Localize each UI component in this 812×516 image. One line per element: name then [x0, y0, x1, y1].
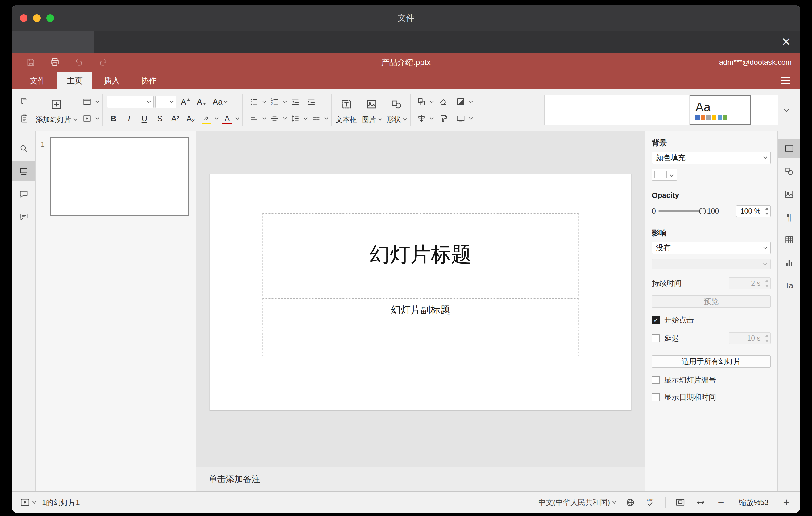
theme-option[interactable]: [593, 95, 641, 125]
underline-button[interactable]: U: [138, 112, 151, 125]
shape-settings-icon[interactable]: [778, 162, 800, 181]
textart-settings-icon[interactable]: Ta: [778, 276, 800, 295]
minimize-traffic-light-icon[interactable]: [33, 14, 41, 22]
zoom-traffic-light-icon[interactable]: [46, 14, 54, 22]
subtitle-placeholder[interactable]: 幻灯片副标题: [263, 298, 579, 356]
theme-option[interactable]: [751, 95, 778, 125]
numbering-icon[interactable]: 12: [267, 95, 282, 109]
search-icon[interactable]: [12, 139, 35, 158]
duration-spinner[interactable]: 2 s: [729, 278, 771, 289]
image-button[interactable]: 图片: [362, 115, 382, 124]
strikethrough-button[interactable]: S: [153, 112, 167, 125]
chat-icon[interactable]: [12, 207, 35, 227]
tab-insert[interactable]: 插入: [94, 71, 129, 89]
increase-font-icon[interactable]: A: [178, 95, 193, 109]
subscript-button[interactable]: A₂: [184, 112, 198, 125]
columns-icon[interactable]: [309, 112, 323, 125]
decrease-indent-icon[interactable]: [288, 95, 302, 109]
highlight-color-icon[interactable]: [199, 112, 213, 125]
shape-button[interactable]: 形状: [386, 115, 406, 124]
chart-settings-icon[interactable]: [778, 253, 800, 273]
opacity-spinner[interactable]: 100 %: [736, 205, 771, 217]
insert-group: 文本框 图片 形状: [336, 96, 406, 124]
document-language-icon[interactable]: [625, 496, 636, 508]
effect-variant-select[interactable]: [652, 259, 771, 269]
view-settings-icon[interactable]: [781, 77, 790, 84]
fit-slide-icon[interactable]: [674, 496, 686, 508]
increase-indent-icon[interactable]: [304, 95, 318, 109]
tab-home[interactable]: 主页: [57, 71, 92, 89]
clear-style-icon[interactable]: [436, 95, 451, 109]
background-fill-select[interactable]: 颜色填充: [652, 151, 771, 164]
image-settings-icon[interactable]: [778, 184, 800, 204]
arrange-shape-icon[interactable]: [414, 95, 429, 109]
align-shape-icon[interactable]: [414, 112, 429, 125]
scheme-group: [454, 95, 472, 125]
print-icon[interactable]: [50, 57, 60, 67]
slide-layout-icon[interactable]: [80, 95, 94, 109]
font-size-select[interactable]: [155, 96, 176, 108]
vertical-align-icon[interactable]: [267, 112, 282, 125]
opacity-slider-knob[interactable]: [699, 208, 706, 214]
paragraph-settings-icon[interactable]: ¶: [778, 207, 800, 227]
tab-bar: 文件 主页 插入 协作: [12, 71, 800, 89]
shape-icon[interactable]: [389, 96, 404, 112]
slides-panel-icon[interactable]: [12, 162, 35, 181]
add-slide-button[interactable]: 添加幻灯片: [36, 115, 77, 124]
decrease-font-icon[interactable]: A: [194, 95, 208, 109]
zoom-in-icon[interactable]: +: [781, 496, 792, 508]
theme-option[interactable]: [641, 95, 690, 125]
close-icon[interactable]: ✕: [781, 36, 791, 48]
delay-spinner[interactable]: 10 s: [729, 333, 771, 344]
delay-checkbox[interactable]: [652, 334, 660, 342]
slide-settings-icon[interactable]: [778, 139, 800, 158]
font-color-icon[interactable]: A: [220, 112, 234, 125]
line-spacing-icon[interactable]: [288, 112, 302, 125]
color-scheme-icon[interactable]: [454, 95, 468, 109]
copy-style-icon[interactable]: [436, 112, 451, 125]
apply-to-all-button[interactable]: 适用于所有幻灯片: [652, 355, 771, 368]
slide-thumbnail[interactable]: [50, 137, 190, 216]
change-case-icon[interactable]: Aa: [210, 95, 230, 109]
font-name-select[interactable]: [107, 96, 154, 108]
close-traffic-light-icon[interactable]: [20, 14, 27, 22]
language-selector[interactable]: 中文(中华人民共和国): [538, 497, 616, 507]
start-preview-icon[interactable]: [80, 112, 94, 125]
theme-option-selected[interactable]: Aa: [690, 95, 751, 125]
theme-option[interactable]: [545, 95, 593, 125]
notes-area[interactable]: 单击添加备注: [196, 467, 645, 491]
add-slide-icon[interactable]: [49, 96, 63, 112]
textbox-icon[interactable]: [339, 96, 353, 112]
show-date-time-checkbox[interactable]: [652, 393, 660, 401]
horizontal-align-icon[interactable]: [247, 112, 261, 125]
copy-icon[interactable]: [17, 95, 31, 109]
textbox-button[interactable]: 文本框: [336, 115, 357, 124]
preview-button[interactable]: 预览: [652, 295, 771, 308]
slide-canvas[interactable]: 幻灯片标题 幻灯片副标题: [210, 174, 631, 410]
tab-collaboration[interactable]: 协作: [132, 71, 166, 89]
paste-icon[interactable]: [17, 112, 31, 125]
effect-select[interactable]: 没有: [652, 242, 771, 254]
start-slideshow-button[interactable]: [20, 497, 36, 508]
italic-button[interactable]: I: [122, 112, 136, 125]
undo-icon[interactable]: [74, 57, 84, 67]
table-settings-icon[interactable]: [778, 230, 800, 250]
slide-size-icon[interactable]: [454, 112, 468, 125]
save-icon[interactable]: [26, 57, 36, 67]
theme-gallery-expand-icon[interactable]: [778, 95, 795, 125]
comments-icon[interactable]: [12, 184, 35, 204]
tab-file[interactable]: 文件: [20, 71, 55, 89]
start-on-click-checkbox[interactable]: [652, 316, 660, 324]
title-placeholder[interactable]: 幻灯片标题: [263, 213, 579, 296]
image-icon[interactable]: [365, 96, 379, 112]
spellcheck-icon[interactable]: ABC: [645, 496, 657, 508]
bullets-icon[interactable]: [247, 95, 261, 109]
opacity-slider[interactable]: [658, 210, 705, 212]
fit-width-icon[interactable]: [695, 496, 706, 508]
zoom-out-icon[interactable]: −: [715, 496, 727, 508]
show-slide-number-checkbox[interactable]: [652, 376, 660, 384]
background-color-swatch[interactable]: [652, 169, 677, 180]
superscript-button[interactable]: A²: [169, 112, 182, 125]
redo-icon[interactable]: [98, 57, 108, 67]
bold-button[interactable]: B: [107, 112, 120, 125]
